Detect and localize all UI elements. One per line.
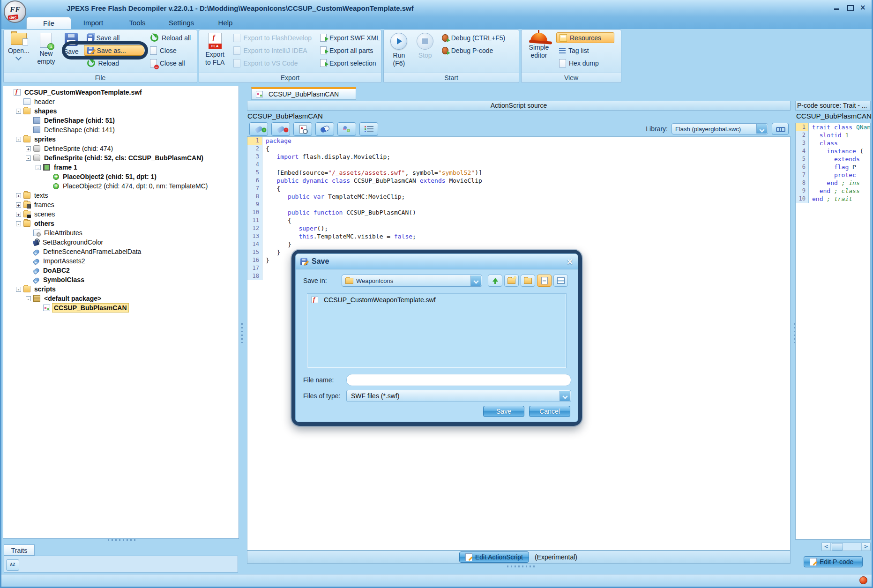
expand-toggle[interactable]: + <box>16 212 21 217</box>
tree-item[interactable]: +scenes <box>3 209 239 219</box>
save-all-button[interactable]: Save all <box>84 32 144 43</box>
export-swf-xml-button[interactable]: Export SWF XML <box>317 32 378 43</box>
script-tab[interactable]: CCSUP_BubPlasmCAN <box>251 87 356 100</box>
tree-item[interactable]: -shapes <box>3 106 239 116</box>
collapse-toggle[interactable]: - <box>16 137 21 142</box>
save-button[interactable]: Save <box>61 31 81 72</box>
close-button[interactable]: Close <box>147 45 194 56</box>
file-name-input[interactable] <box>346 374 571 386</box>
tree-item[interactable]: +frames <box>3 200 239 209</box>
menu-tab-settings[interactable]: Settings <box>159 17 203 29</box>
list-view-button[interactable] <box>537 275 552 287</box>
tree-item[interactable]: -sprites <box>3 134 239 144</box>
dialog-cancel-button[interactable]: Cancel <box>529 406 570 417</box>
details-view-button[interactable] <box>553 275 568 287</box>
pcode-code-area[interactable]: 1trait class QNam2 slotid 13 class4 inst… <box>795 123 871 540</box>
collapse-toggle[interactable]: - <box>26 156 31 161</box>
resources-view-button[interactable]: Resources <box>556 32 614 43</box>
export-selection-button[interactable]: Export selection <box>317 58 378 68</box>
tree-item[interactable]: +ImportAssets2 <box>3 256 239 266</box>
collapse-toggle[interactable]: - <box>16 287 21 292</box>
dialog-title-bar[interactable]: Save × <box>296 254 578 269</box>
library-link-button[interactable] <box>772 123 789 135</box>
tree-item[interactable]: +CCSUP_CustomWeaponTemplate.swf <box>3 88 239 97</box>
tree-item[interactable]: +SetBackgroundColor <box>3 238 239 247</box>
library-dropdown[interactable]: Flash (playerglobal.swc) <box>672 123 768 134</box>
dialog-close-icon[interactable]: × <box>567 258 573 266</box>
tree-item[interactable]: +FileAttributes <box>3 228 239 238</box>
close-icon[interactable]: × <box>860 5 866 10</box>
sort-button[interactable]: AZ <box>6 559 19 571</box>
dropdown-arrow-icon[interactable] <box>470 275 481 286</box>
chevron-down-icon[interactable] <box>16 54 22 60</box>
export-all-parts-button[interactable]: Export all parts <box>317 45 378 56</box>
error-indicator-icon[interactable] <box>859 576 867 584</box>
tree-item[interactable]: +SymbolClass <box>3 275 239 284</box>
find-in-document-button[interactable] <box>293 122 312 136</box>
save-as-button[interactable]: Save as... <box>84 45 144 56</box>
tree-item[interactable]: +PlaceObject2 (chid: 51, dpt: 1) <box>3 172 239 181</box>
collapse-toggle[interactable]: - <box>16 109 21 114</box>
tag-list-view-button[interactable]: Tag list <box>556 45 614 56</box>
tree-item[interactable]: -scripts <box>3 284 239 294</box>
tree-item[interactable]: +PlaceObject2 (chid: 474, dpt: 0, nm: Te… <box>3 181 239 191</box>
resources-tree-panel[interactable]: +CCSUP_CustomWeaponTemplate.swf+header-s… <box>3 86 239 539</box>
tree-item[interactable]: -DefineSprite (chid: 52, cls: CCSUP_BubP… <box>3 153 239 163</box>
vertical-splitter[interactable] <box>241 323 243 343</box>
tree-item[interactable]: +DefineSprite (chid: 474) <box>3 144 239 153</box>
simple-editor-button[interactable]: Simple editor <box>524 31 553 72</box>
tree-item[interactable]: +DoABC2 <box>3 266 239 275</box>
tree-item[interactable]: +CCSUP_BubPlasmCAN <box>3 303 239 313</box>
menu-tab-file[interactable]: File <box>26 17 71 29</box>
tree-item[interactable]: +DefineSceneAndFrameLabelData <box>3 247 239 256</box>
reload-button[interactable]: Reload <box>84 58 144 68</box>
debug-button[interactable]: Debug (CTRL+F5) <box>439 32 516 43</box>
editor-splitter-handle[interactable] <box>507 566 535 567</box>
script-list-button[interactable] <box>359 122 378 136</box>
expand-toggle[interactable]: + <box>16 202 21 208</box>
hex-dump-view-button[interactable]: Hex dump <box>556 58 614 68</box>
tree-item[interactable]: +DefineShape (chid: 51) <box>3 116 239 125</box>
edit-pcode-button[interactable]: Edit P-code <box>804 556 863 567</box>
dialog-save-button[interactable]: Save <box>483 406 524 417</box>
debug-pcode-button[interactable]: Debug P-code <box>439 45 516 56</box>
tree-item[interactable]: +DefineShape (chid: 141) <box>3 125 239 134</box>
collapse-toggle[interactable]: - <box>16 221 21 226</box>
up-one-level-button[interactable] <box>488 275 502 287</box>
tree-item[interactable]: -<default package> <box>3 294 239 303</box>
minimize-icon[interactable] <box>834 5 840 10</box>
tree-item[interactable]: +header <box>3 97 239 106</box>
files-of-type-dropdown[interactable]: SWF files (*.swf) <box>346 390 571 402</box>
home-folder-button[interactable] <box>521 275 535 287</box>
run-button[interactable]: Run (F6) <box>387 31 411 72</box>
menu-tab-help[interactable]: Help <box>203 17 247 29</box>
tree-item[interactable]: -frame 1 <box>3 163 239 172</box>
collapse-toggle[interactable]: - <box>36 165 41 170</box>
deobfuscation-options-button[interactable] <box>337 122 356 136</box>
open-button[interactable]: Open... <box>7 31 31 72</box>
maximize-icon[interactable] <box>847 5 853 10</box>
export-to-fla-button[interactable]: Export to FLA <box>202 31 228 72</box>
deobfuscate-button[interactable] <box>315 122 334 136</box>
file-list-item[interactable]: CCSUP_CustomWeaponTemplate.swf <box>307 294 566 306</box>
dropdown-arrow-icon[interactable] <box>560 391 570 401</box>
new-folder-button[interactable] <box>504 275 519 287</box>
pcode-horizontal-scrollbar[interactable]: < > <box>821 543 871 551</box>
scroll-left-icon[interactable]: < <box>822 543 831 551</box>
remove-script-button[interactable] <box>271 122 290 136</box>
save-in-dropdown[interactable]: WeaponIcons <box>342 275 482 287</box>
menu-tab-import[interactable]: Import <box>71 17 115 29</box>
tree-item[interactable]: -others <box>3 219 239 228</box>
new-empty-button[interactable]: New empty <box>34 31 59 72</box>
expand-toggle[interactable]: + <box>16 193 21 198</box>
scroll-thumb[interactable] <box>832 543 843 551</box>
dropdown-arrow-icon[interactable] <box>756 124 767 134</box>
menu-tab-tools[interactable]: Tools <box>115 17 159 29</box>
file-list[interactable]: CCSUP_CustomWeaponTemplate.swf <box>307 293 567 368</box>
add-script-button[interactable] <box>249 122 268 136</box>
close-all-button[interactable]: Close all <box>147 58 194 68</box>
tree-item[interactable]: +texts <box>3 191 239 200</box>
reload-all-button[interactable]: Reload all <box>147 32 194 43</box>
edit-actionscript-button[interactable]: Edit ActionScript <box>459 551 529 563</box>
scroll-right-icon[interactable]: > <box>861 543 870 551</box>
